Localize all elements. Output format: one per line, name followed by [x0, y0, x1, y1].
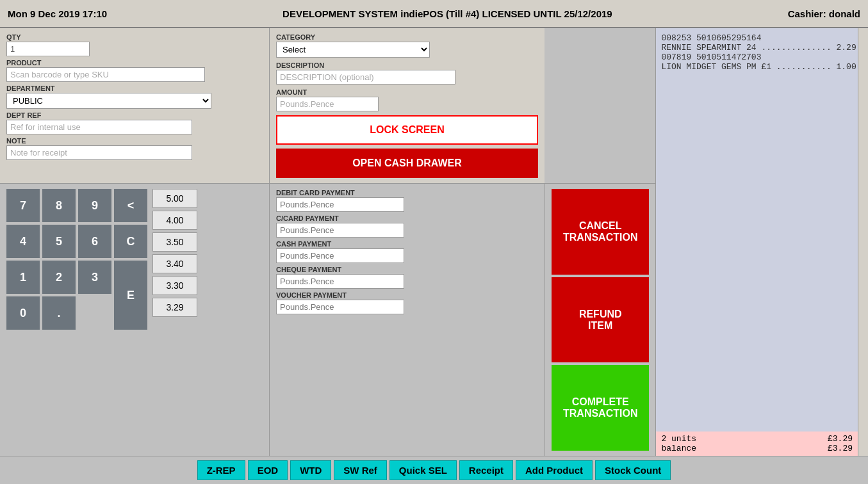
note-input[interactable] [6, 145, 192, 160]
toolbar-btn-quick-sel[interactable]: Quick SEL [389, 460, 457, 480]
header-datetime: Mon 9 Dec 2019 17:10 [8, 8, 107, 19]
cheque-group: CHEQUE PAYMENT [276, 266, 538, 289]
toolbar-btn-eod[interactable]: EOD [248, 460, 288, 480]
description-input[interactable] [276, 70, 455, 85]
dept-ref-input[interactable] [6, 120, 192, 134]
content-area: QTY PRODUCT DEPARTMENT PUBLIC DEPT REF [0, 28, 655, 456]
numpad-btn-5[interactable]: 5 [42, 225, 76, 258]
numpad-btn-dot[interactable]: . [42, 296, 76, 330]
credit-card-label: C/CARD PAYMENT [276, 214, 538, 222]
header-cashier: Cashier: donald [788, 8, 860, 19]
product-input[interactable] [6, 67, 205, 82]
department-group: DEPARTMENT PUBLIC [6, 85, 263, 109]
balance-amount: £3.29 [828, 444, 853, 453]
toolbar-btn-z-rep[interactable]: Z-REP [197, 460, 245, 480]
numpad-btn-8[interactable]: 8 [42, 189, 76, 222]
category-select[interactable]: Select [276, 42, 430, 58]
debit-card-group: DEBIT CARD PAYMENT [276, 189, 538, 212]
price-btn-3_50[interactable]: 3.50 [152, 232, 197, 252]
debit-card-input[interactable] [276, 197, 404, 212]
voucher-input[interactable] [276, 300, 404, 314]
numpad-btn-4[interactable]: 4 [6, 225, 40, 258]
description-group: DESCRIPTION [276, 61, 538, 85]
left-panel: QTY PRODUCT DEPARTMENT PUBLIC DEPT REF [0, 28, 269, 183]
main-area: QTY PRODUCT DEPARTMENT PUBLIC DEPT REF [0, 28, 868, 456]
product-label: PRODUCT [6, 59, 263, 67]
top-area: QTY PRODUCT DEPARTMENT PUBLIC DEPT REF [0, 28, 655, 184]
receipt-amount: £3.29 [828, 434, 853, 444]
numpad-btn-9[interactable]: 9 [78, 189, 111, 222]
header: Mon 9 Dec 2019 17:10 DEVELOPMENT SYSTEM … [0, 0, 868, 28]
numpad-btn-3[interactable]: 3 [78, 261, 111, 294]
qty-group: QTY [6, 33, 90, 56]
amount-label: AMOUNT [276, 88, 538, 96]
credit-card-group: C/CARD PAYMENT [276, 214, 538, 238]
toolbar-btn-stock-count[interactable]: Stock Count [595, 460, 671, 480]
cheque-label: CHEQUE PAYMENT [276, 266, 538, 273]
numpad-btn-C[interactable]: C [114, 225, 147, 258]
complete-transaction-button[interactable]: COMPLETETRANSACTION [552, 365, 649, 451]
cash-input[interactable] [276, 248, 404, 263]
action-buttons: CANCELTRANSACTION REFUNDITEM COMPLETETRA… [545, 184, 655, 456]
numpad-section: 789<456C123E0. 5.004.003.503.403.303.29 [0, 184, 269, 456]
credit-card-input[interactable] [276, 223, 404, 238]
numpad-btn-7[interactable]: 7 [6, 189, 40, 222]
cheque-input[interactable] [276, 274, 404, 289]
receipt-text: 008253 5010605295164 RENNIE SPEARMINT 24… [661, 33, 863, 72]
toolbar-btn-wtd[interactable]: WTD [290, 460, 331, 480]
toolbar-btn-receipt[interactable]: Receipt [459, 460, 513, 480]
cash-label: CASH PAYMENT [276, 240, 538, 248]
bottom-area: 789<456C123E0. 5.004.003.503.403.303.29 … [0, 184, 655, 456]
note-label: NOTE [6, 137, 263, 145]
numpad-container: 789<456C123E0. 5.004.003.503.403.303.29 [6, 189, 263, 330]
bottom-toolbar: Z-REPEODWTDSW RefQuick SELReceiptAdd Pro… [0, 456, 868, 484]
amount-input[interactable] [276, 97, 379, 111]
qty-label: QTY [6, 33, 90, 41]
numpad-btn-E[interactable]: E [114, 261, 147, 330]
lock-screen-button[interactable]: LOCK SCREEN [276, 115, 538, 145]
department-label: DEPARTMENT [6, 85, 263, 92]
price-btn-3_29[interactable]: 3.29 [152, 298, 197, 317]
product-group: PRODUCT [6, 59, 263, 82]
toolbar-btn-sw-ref[interactable]: SW Ref [334, 460, 387, 480]
header-system-info: DEVELOPMENT SYSTEM indiePOS (Till #4) LI… [283, 8, 612, 19]
refund-item-button[interactable]: REFUNDITEM [552, 277, 649, 363]
qty-input[interactable] [6, 42, 90, 56]
open-cash-drawer-button[interactable]: OPEN CASH DRAWER [276, 149, 538, 178]
cancel-transaction-button[interactable]: CANCELTRANSACTION [552, 189, 649, 275]
debit-card-label: DEBIT CARD PAYMENT [276, 189, 538, 197]
balance-label: balance [661, 444, 696, 453]
dept-ref-label: DEPT REF [6, 111, 263, 119]
receipt-footer: 2 units £3.29 balance £3.29 [656, 432, 858, 456]
price-btn-3_30[interactable]: 3.30 [152, 276, 197, 295]
numpad-btn-6[interactable]: 6 [78, 225, 111, 258]
middle-panel: CATEGORY Select DESCRIPTION AMOUNT LOCK … [269, 28, 545, 183]
receipt-units: 2 units [661, 434, 696, 444]
voucher-label: VOUCHER PAYMENT [276, 291, 538, 299]
category-label: CATEGORY [276, 33, 538, 41]
cash-group: CASH PAYMENT [276, 240, 538, 263]
payment-action-row: DEBIT CARD PAYMENT C/CARD PAYMENT CASH P… [269, 184, 655, 456]
category-group: CATEGORY Select [276, 33, 538, 58]
voucher-group: VOUCHER PAYMENT [276, 291, 538, 314]
price-btn-4_00[interactable]: 4.00 [152, 211, 197, 230]
price-btn-3_40[interactable]: 3.40 [152, 254, 197, 273]
numpad-btn-2[interactable]: 2 [42, 261, 76, 294]
department-select[interactable]: PUBLIC [6, 93, 211, 109]
numpad-btn-1[interactable]: 1 [6, 261, 40, 294]
price-btn-5_00[interactable]: 5.00 [152, 189, 197, 208]
numpad-btn-0[interactable]: 0 [6, 296, 40, 330]
receipt-scrollbar[interactable] [858, 28, 868, 456]
amount-group: AMOUNT [276, 88, 538, 111]
qty-category-row: QTY [6, 33, 263, 56]
note-group: NOTE [6, 137, 263, 160]
toolbar-btn-add-product[interactable]: Add Product [516, 460, 593, 480]
dept-ref-group: DEPT REF [6, 111, 263, 134]
price-list: 5.004.003.503.403.303.29 [152, 189, 197, 330]
numpad-grid: 789<456C123E0. [6, 189, 147, 330]
receipt-panel: 008253 5010605295164 RENNIE SPEARMINT 24… [655, 28, 868, 456]
description-label: DESCRIPTION [276, 61, 538, 69]
numpad-btn-back[interactable]: < [114, 189, 147, 222]
payment-section: DEBIT CARD PAYMENT C/CARD PAYMENT CASH P… [269, 184, 545, 456]
